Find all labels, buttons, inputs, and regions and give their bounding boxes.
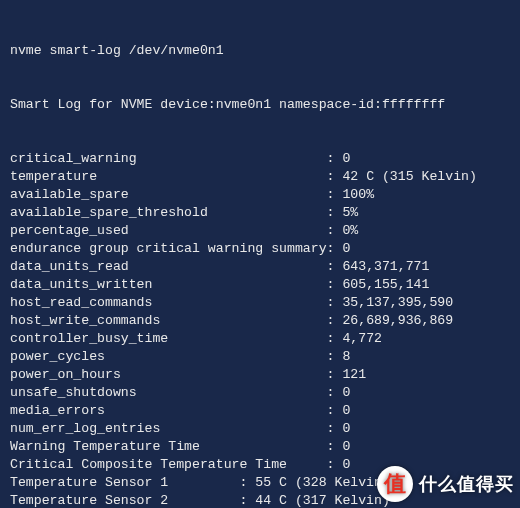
smart-log-row: power_on_hours : 121 bbox=[10, 366, 512, 384]
smart-log-row: media_errors : 0 bbox=[10, 402, 512, 420]
row-label: percentage_used bbox=[10, 222, 327, 240]
row-value: 0 bbox=[342, 420, 350, 438]
row-value: 0 bbox=[342, 402, 350, 420]
row-value: 0 bbox=[342, 438, 350, 456]
row-value: 0 bbox=[342, 456, 350, 474]
row-separator: : bbox=[327, 438, 343, 456]
smart-log-row: data_units_written : 605,155,141 bbox=[10, 276, 512, 294]
row-value: 55 C (328 Kelvin) bbox=[255, 474, 390, 492]
smart-log-row: critical_warning : 0 bbox=[10, 150, 512, 168]
row-separator: : bbox=[327, 294, 343, 312]
row-separator: : bbox=[327, 456, 343, 474]
row-separator: : bbox=[240, 474, 256, 492]
row-separator: : bbox=[327, 312, 343, 330]
row-value: 8 bbox=[342, 348, 350, 366]
row-separator: : bbox=[327, 186, 343, 204]
row-value: 605,155,141 bbox=[342, 276, 429, 294]
header-text: Smart Log for NVME device:nvme0n1 namesp… bbox=[10, 96, 445, 114]
smart-log-rows: critical_warning : 0temperature : 42 C (… bbox=[10, 150, 512, 508]
row-separator: : bbox=[327, 258, 343, 276]
row-separator: : bbox=[327, 168, 343, 186]
row-separator: : bbox=[327, 276, 343, 294]
terminal-output: nvme smart-log /dev/nvme0n1 Smart Log fo… bbox=[0, 0, 520, 508]
smart-log-row: Warning Temperature Time : 0 bbox=[10, 438, 512, 456]
watermark-badge: 值 bbox=[377, 466, 413, 502]
smart-log-row: power_cycles : 8 bbox=[10, 348, 512, 366]
header-line: Smart Log for NVME device:nvme0n1 namesp… bbox=[10, 96, 512, 114]
row-label: num_err_log_entries bbox=[10, 420, 327, 438]
smart-log-row: available_spare : 100% bbox=[10, 186, 512, 204]
row-label: temperature bbox=[10, 168, 327, 186]
row-value: 0 bbox=[342, 384, 350, 402]
command-text: nvme smart-log /dev/nvme0n1 bbox=[10, 42, 224, 60]
row-value: 42 C (315 Kelvin) bbox=[342, 168, 477, 186]
smart-log-row: endurance group critical warning summary… bbox=[10, 240, 512, 258]
row-label: critical_warning bbox=[10, 150, 327, 168]
row-value: 0 bbox=[342, 240, 350, 258]
row-separator: : bbox=[327, 204, 343, 222]
smart-log-row: num_err_log_entries : 0 bbox=[10, 420, 512, 438]
watermark: 值 什么值得买 bbox=[377, 466, 514, 502]
row-value: 643,371,771 bbox=[342, 258, 429, 276]
row-value: 35,137,395,590 bbox=[342, 294, 453, 312]
row-separator: : bbox=[327, 348, 343, 366]
row-label: endurance group critical warning summary bbox=[10, 240, 327, 258]
smart-log-row: controller_busy_time : 4,772 bbox=[10, 330, 512, 348]
watermark-text: 什么值得买 bbox=[419, 475, 514, 493]
smart-log-row: available_spare_threshold : 5% bbox=[10, 204, 512, 222]
row-separator: : bbox=[327, 222, 343, 240]
row-label: controller_busy_time bbox=[10, 330, 327, 348]
row-separator: : bbox=[327, 420, 343, 438]
row-label: media_errors bbox=[10, 402, 327, 420]
smart-log-row: data_units_read : 643,371,771 bbox=[10, 258, 512, 276]
row-value: 121 bbox=[342, 366, 366, 384]
row-separator: : bbox=[327, 240, 343, 258]
row-separator: : bbox=[327, 402, 343, 420]
row-label: data_units_written bbox=[10, 276, 327, 294]
row-label: host_write_commands bbox=[10, 312, 327, 330]
row-label: unsafe_shutdowns bbox=[10, 384, 327, 402]
row-value: 5% bbox=[342, 204, 358, 222]
row-label: available_spare_threshold bbox=[10, 204, 327, 222]
row-separator: : bbox=[327, 384, 343, 402]
row-value: 44 C (317 Kelvin) bbox=[255, 492, 390, 508]
smart-log-row: temperature : 42 C (315 Kelvin) bbox=[10, 168, 512, 186]
row-label: data_units_read bbox=[10, 258, 327, 276]
row-value: 4,772 bbox=[342, 330, 382, 348]
row-separator: : bbox=[327, 150, 343, 168]
row-label: Temperature Sensor 2 bbox=[10, 492, 240, 508]
row-separator: : bbox=[327, 330, 343, 348]
row-value: 100% bbox=[342, 186, 374, 204]
row-value: 26,689,936,869 bbox=[342, 312, 453, 330]
row-separator: : bbox=[327, 366, 343, 384]
row-label: available_spare bbox=[10, 186, 327, 204]
row-label: power_cycles bbox=[10, 348, 327, 366]
row-label: Warning Temperature Time bbox=[10, 438, 327, 456]
row-separator: : bbox=[240, 492, 256, 508]
row-label: host_read_commands bbox=[10, 294, 327, 312]
row-label: Critical Composite Temperature Time bbox=[10, 456, 327, 474]
watermark-glyph: 值 bbox=[384, 473, 407, 495]
row-value: 0 bbox=[342, 150, 350, 168]
command-line: nvme smart-log /dev/nvme0n1 bbox=[10, 42, 512, 60]
smart-log-row: host_read_commands : 35,137,395,590 bbox=[10, 294, 512, 312]
smart-log-row: unsafe_shutdowns : 0 bbox=[10, 384, 512, 402]
row-label: power_on_hours bbox=[10, 366, 327, 384]
smart-log-row: percentage_used : 0% bbox=[10, 222, 512, 240]
smart-log-row: host_write_commands : 26,689,936,869 bbox=[10, 312, 512, 330]
row-label: Temperature Sensor 1 bbox=[10, 474, 240, 492]
row-value: 0% bbox=[342, 222, 358, 240]
